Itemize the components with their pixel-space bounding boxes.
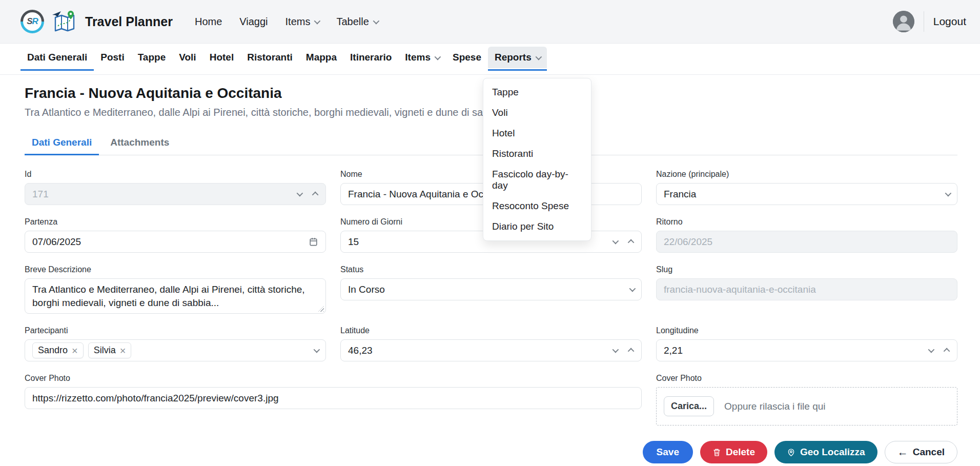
topbar: SR Travel Planner Home Viaggi Items Tabe… [0,0,980,44]
field-slug: Slug francia-nuova-aquitania-e-occitania [656,265,957,300]
stepper-up-icon[interactable] [312,192,319,198]
stepper-up-icon[interactable] [944,348,950,355]
longitudine-value: 2,21 [664,345,923,356]
trip-tab-posti[interactable]: Posti [94,47,131,68]
trip-tab-dati-generali[interactable]: Dati Generali [21,47,94,68]
chevron-down-icon [314,347,320,353]
stepper-down-icon[interactable] [612,238,619,245]
geo-localizza-button[interactable]: Geo Localizza [774,441,877,463]
nav-home[interactable]: Home [186,16,231,28]
nav-tabelle[interactable]: Tabelle [328,16,386,28]
topbar-divider [924,11,924,32]
reports-menu-item-ristoranti[interactable]: Ristoranti [483,144,591,164]
nav-tabelle-label: Tabelle [336,16,369,28]
trip-tab-hotel[interactable]: Hotel [203,47,241,68]
app-title: Travel Planner [85,14,173,29]
nazione-label: Nazione (principale) [656,170,957,179]
field-status: Status In Corso [340,265,642,300]
cover-photo-url-label: Cover Photo [25,374,642,383]
trip-tab-label: Tappe [138,52,166,63]
partenza-label: Partenza [25,217,326,227]
field-latitude: Latitude 46,23 [340,326,642,361]
breve-descrizione-label: Breve Descrizione [25,265,326,274]
logout-button[interactable]: Logout [933,15,966,28]
remove-tag-icon[interactable]: × [120,346,126,356]
brand-group: SR Travel Planner [21,10,173,33]
reports-menu-item-fascicolo[interactable]: Fascicolo day-by-day [483,164,591,196]
nazione-select[interactable]: Francia [656,183,957,205]
cancel-button[interactable]: ← Cancel [885,441,957,463]
nav-viaggi[interactable]: Viaggi [231,16,276,28]
chevron-down-icon [435,53,441,60]
reports-menu-item-voli[interactable]: Voli [483,103,591,123]
trip-tab-label: Reports [495,52,532,63]
ritorno-value: 22/06/2025 [664,236,950,248]
field-ritorno: Ritorno 22/06/2025 [656,217,957,253]
status-label: Status [340,265,642,274]
status-value: In Corso [348,284,624,295]
main-nav: Home Viaggi Items Tabelle [186,16,386,28]
trip-tab-ristoranti[interactable]: Ristoranti [240,47,299,68]
trip-tab-mappa[interactable]: Mappa [299,47,343,68]
delete-button[interactable]: Delete [700,441,767,463]
stepper-down-icon[interactable] [297,190,303,197]
trip-tab-tappe[interactable]: Tappe [131,47,173,68]
chevron-down-icon [629,286,636,292]
tab-attachments[interactable]: Attachments [103,132,176,155]
reports-menu-item-tappe[interactable]: Tappe [483,82,591,103]
reports-dropdown-menu: Tappe Voli Hotel Ristoranti Fascicolo da… [483,78,591,241]
field-partecipanti: Partecipanti Sandro × Silvia × [25,326,326,361]
breve-descrizione-value: Tra Atlantico e Mediterraneo, dalle Alpi… [32,283,318,309]
ritorno-input[interactable]: 22/06/2025 [656,231,957,253]
id-label: Id [25,170,326,179]
partecipanti-multiselect[interactable]: Sandro × Silvia × [25,339,326,361]
stepper-down-icon[interactable] [928,347,935,353]
trip-tab-voli[interactable]: Voli [172,47,202,68]
latitude-input[interactable]: 46,23 [340,339,642,361]
nav-viaggi-label: Viaggi [239,16,268,28]
longitudine-input[interactable]: 2,21 [656,339,957,361]
cover-photo-dropzone[interactable]: Carica... Oppure rilascia i file qui [656,387,957,426]
back-arrow-icon: ← [897,446,908,458]
remove-tag-icon[interactable]: × [72,346,78,356]
id-input[interactable]: 171 [25,183,326,205]
save-button[interactable]: Save [643,441,693,463]
trip-tab-label: Itinerario [350,52,392,63]
stepper-down-icon[interactable] [612,347,619,353]
cover-photo-url-input[interactable]: https://rizzetto.com/photo/francia2025/p… [25,387,642,409]
sr-logo-icon[interactable]: SR [21,10,44,33]
nav-items[interactable]: Items [277,16,328,28]
trip-tab-reports[interactable]: Reports [488,47,547,68]
chevron-down-icon [314,17,321,24]
upload-button[interactable]: Carica... [664,396,714,416]
status-select[interactable]: In Corso [340,278,642,300]
stepper-up-icon[interactable] [628,348,635,355]
map-pin-icon [787,448,795,457]
slug-input[interactable]: francia-nuova-aquitania-e-occitania [656,278,957,300]
travel-map-icon [51,10,76,33]
calendar-icon[interactable] [309,237,318,247]
partenza-date-input[interactable]: 07/06/2025 [25,231,326,253]
partenza-value: 07/06/2025 [32,236,303,248]
trip-tab-label: Ristoranti [247,52,293,63]
nav-home-label: Home [195,16,222,28]
trip-tab-itinerario[interactable]: Itinerario [343,47,398,68]
reports-menu-item-resoconto-spese[interactable]: Resoconto Spese [483,196,591,216]
participant-chip-sandro: Sandro × [32,342,84,358]
tab-dati-generali[interactable]: Dati Generali [25,132,99,155]
save-label: Save [657,447,679,458]
chevron-down-icon [373,17,379,24]
reports-menu-item-hotel[interactable]: Hotel [483,123,591,144]
user-avatar[interactable] [893,11,914,32]
longitudine-label: Longitudine [656,326,957,335]
breve-descrizione-textarea[interactable]: Tra Atlantico e Mediterraneo, dalle Alpi… [25,278,326,314]
sr-logo-text: SR [27,16,38,27]
partecipanti-label: Partecipanti [25,326,326,335]
stepper-up-icon[interactable] [628,239,635,246]
trip-tab-items[interactable]: Items [398,47,446,68]
resize-handle[interactable] [318,306,324,312]
participant-chip-silvia: Silvia × [88,342,132,358]
trip-tab-spese[interactable]: Spese [446,47,488,68]
reports-menu-item-diario-per-sito[interactable]: Diario per Sito [483,216,591,237]
trip-tab-label: Mappa [306,52,337,63]
